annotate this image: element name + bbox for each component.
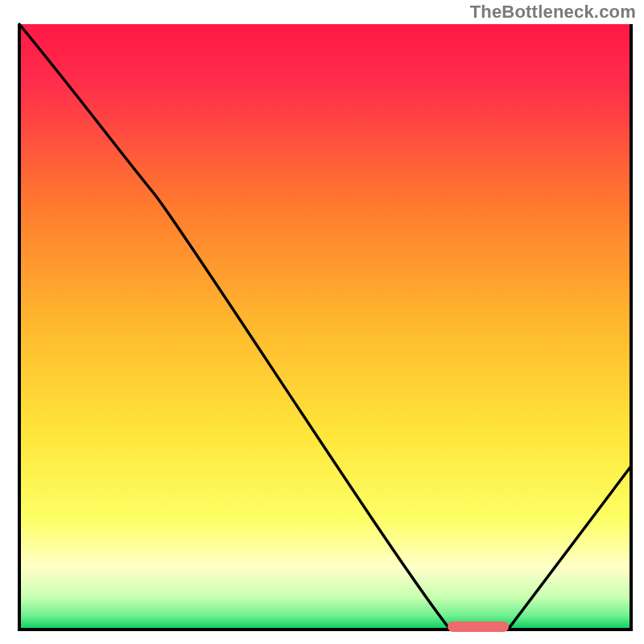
chart-stage: TheBottleneck.com: [0, 0, 644, 644]
optimal-range-marker: [448, 621, 509, 632]
chart-svg: [0, 0, 644, 644]
watermark-text: TheBottleneck.com: [470, 2, 636, 23]
plot-background: [19, 24, 630, 628]
